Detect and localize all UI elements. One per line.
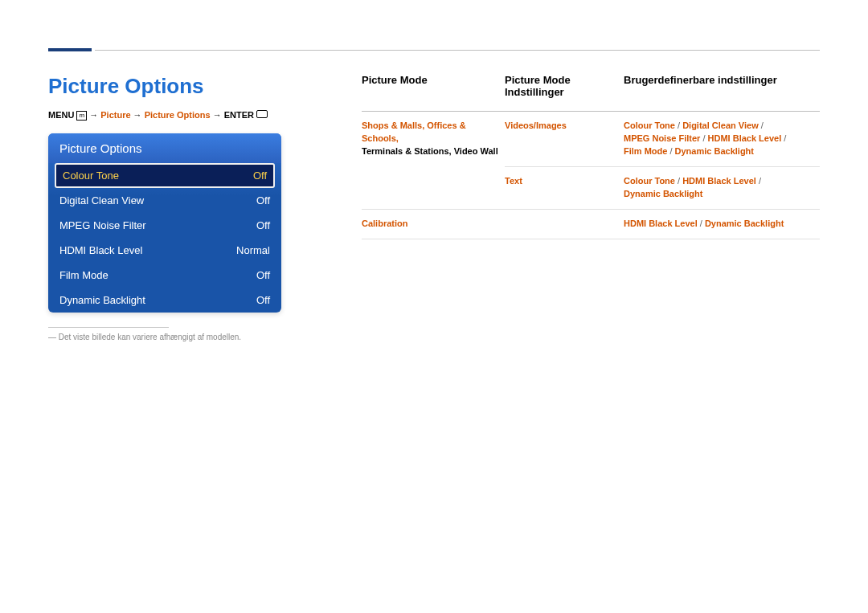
opt: HDMI Black Level: [682, 176, 756, 186]
opt: Dynamic Backlight: [624, 189, 702, 198]
cell-setting: [505, 209, 624, 239]
osd-row-label: Film Mode: [59, 269, 108, 281]
osd-row-hdmi-black-level[interactable]: HDMI Black Level Normal: [48, 238, 281, 263]
top-rule-line: [95, 50, 820, 51]
opt: MPEG Noise Filter: [624, 133, 700, 143]
mode-line1: Shops & Malls, Offices & Schools,: [362, 121, 466, 143]
osd-row-label: Dynamic Backlight: [59, 294, 145, 306]
table-header-mode-settings: Picture Mode Indstillinger: [505, 74, 624, 112]
page: Picture Options MENU m → Picture → Pictu…: [0, 0, 868, 341]
footnote-separator: [48, 327, 169, 328]
breadcrumb-lvl1: Picture: [100, 110, 130, 120]
breadcrumb-enter: ENTER: [224, 110, 254, 120]
breadcrumb: MENU m → Picture → Picture Options → ENT…: [48, 110, 321, 121]
opt: Digital Clean View: [682, 121, 759, 130]
opt: HDMI Black Level: [624, 219, 698, 228]
cell-options: Colour Tone / HDMI Black Level / Dynamic…: [624, 166, 820, 209]
opt: Dynamic Backlight: [675, 146, 754, 156]
footnote-text: ― Det viste billede kan variere afhængig…: [48, 333, 321, 341]
breadcrumb-arrow-3: →: [213, 110, 222, 120]
osd-row-label: HDMI Black Level: [59, 244, 142, 256]
osd-row-label: MPEG Noise Filter: [59, 219, 146, 231]
osd-row-value: Off: [256, 194, 270, 206]
opt: Colour Tone: [624, 176, 675, 186]
table-header-user-settings: Brugerdefinerbare indstillinger: [624, 74, 820, 112]
breadcrumb-lvl2: Picture Options: [145, 110, 211, 120]
osd-row-label: Digital Clean View: [59, 194, 144, 206]
right-column: Picture Mode Picture Mode Indstillinger …: [362, 74, 820, 341]
breadcrumb-arrow-1: →: [89, 110, 98, 120]
opt: Film Mode: [624, 146, 667, 156]
breadcrumb-menu: MENU: [48, 110, 74, 120]
enter-icon: [256, 110, 268, 118]
osd-row-value: Normal: [236, 244, 270, 256]
mode-line2: Terminals & Stations, Video Wall: [362, 146, 498, 156]
opt: HDMI Black Level: [708, 133, 782, 143]
opt: Colour Tone: [624, 121, 675, 130]
top-rule-accent: [48, 48, 92, 51]
osd-row-value: Off: [253, 170, 267, 182]
osd-panel: Picture Options Colour Tone Off Digital …: [48, 133, 281, 313]
table-header-mode-settings-l1: Picture Mode: [505, 74, 571, 86]
osd-row-colour-tone[interactable]: Colour Tone Off: [55, 163, 275, 188]
table-header-mode-settings-l2: Indstillinger: [505, 86, 564, 98]
cell-setting: Videos/Images: [505, 112, 624, 167]
table-row: Shops & Malls, Offices & Schools, Termin…: [362, 112, 820, 167]
section-title: Picture Options: [48, 74, 321, 99]
breadcrumb-arrow-2: →: [133, 110, 142, 120]
menu-icon: m: [76, 111, 87, 121]
table-row: Calibration HDMI Black Level / Dynamic B…: [362, 209, 820, 239]
osd-row-value: Off: [256, 294, 270, 306]
cell-picture-mode: Shops & Malls, Offices & Schools, Termin…: [362, 112, 505, 210]
left-column: Picture Options MENU m → Picture → Pictu…: [48, 74, 321, 341]
osd-row-label: Colour Tone: [63, 170, 119, 182]
osd-row-film-mode[interactable]: Film Mode Off: [48, 263, 281, 288]
cell-setting: Text: [505, 166, 624, 209]
osd-row-dynamic-backlight[interactable]: Dynamic Backlight Off: [48, 288, 281, 313]
cell-picture-mode: Calibration: [362, 209, 505, 239]
osd-header: Picture Options: [48, 133, 281, 163]
top-rule: [48, 48, 820, 51]
settings-table: Picture Mode Picture Mode Indstillinger …: [362, 74, 820, 239]
table-header-mode: Picture Mode: [362, 74, 505, 112]
osd-row-mpeg-noise-filter[interactable]: MPEG Noise Filter Off: [48, 213, 281, 238]
osd-row-value: Off: [256, 219, 270, 231]
cell-options: Colour Tone / Digital Clean View / MPEG …: [624, 112, 820, 167]
osd-row-digital-clean-view[interactable]: Digital Clean View Off: [48, 188, 281, 213]
content-columns: Picture Options MENU m → Picture → Pictu…: [48, 74, 820, 341]
cell-options: HDMI Black Level / Dynamic Backlight: [624, 209, 820, 239]
opt: Dynamic Backlight: [705, 219, 784, 228]
osd-row-value: Off: [256, 269, 270, 281]
